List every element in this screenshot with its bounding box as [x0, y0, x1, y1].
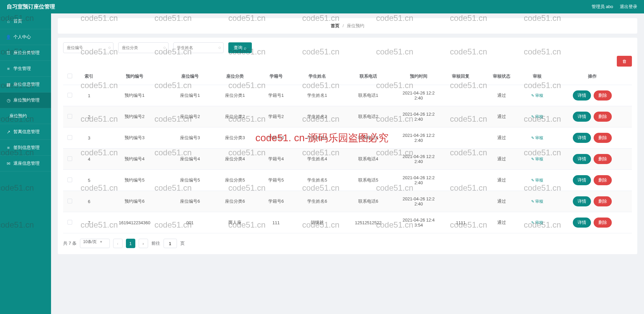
- row-checkbox[interactable]: [67, 199, 72, 203]
- delete-button[interactable]: 删除: [594, 154, 612, 164]
- sidebar-item-label: 签到信息管理: [13, 145, 40, 151]
- audit-link[interactable]: 审核: [531, 114, 543, 119]
- detail-button[interactable]: 详情: [573, 175, 591, 185]
- audit-link[interactable]: 审核: [531, 220, 543, 225]
- prev-page-button[interactable]: ‹: [113, 239, 123, 248]
- seat-type-input[interactable]: [118, 42, 169, 53]
- search-row: ○ ○ ○ 查询 ⌕: [63, 42, 632, 53]
- cell-index: 4: [77, 149, 102, 170]
- cell-seat-no: 座位编号1: [168, 85, 213, 106]
- sidebar-item-signin[interactable]: ≡签到信息管理: [0, 140, 51, 156]
- cell-student-name: 学生姓名6: [295, 191, 340, 212]
- sidebar-subitem-reserve[interactable]: 座位预约: [0, 108, 51, 124]
- detail-button[interactable]: 详情: [573, 90, 591, 101]
- table-row: 1预约编号1座位编号1座位分类1学籍号1学生姓名1联系电话12021-04-26…: [63, 85, 632, 106]
- audit-link[interactable]: 审核: [531, 93, 543, 98]
- cell-reserve-no: 预约编号5: [102, 170, 168, 191]
- cell-phone: 联系电话2: [340, 106, 397, 127]
- cell-student-id: 学籍号5: [258, 170, 295, 191]
- detail-button[interactable]: 详情: [573, 154, 591, 164]
- sidebar-item-home[interactable]: ⌂首页: [0, 13, 51, 29]
- cell-seat-type: 座位分类5: [213, 170, 258, 191]
- seat-no-input[interactable]: [63, 42, 113, 53]
- cell-reserve-no: 预约编号3: [102, 127, 168, 149]
- delete-button[interactable]: 删除: [594, 218, 612, 228]
- sidebar-item-return[interactable]: ✉退座信息管理: [0, 156, 51, 171]
- query-button[interactable]: 查询 ⌕: [228, 42, 252, 53]
- row-checkbox[interactable]: [67, 114, 72, 119]
- cell-seat-type: 座位分类3: [213, 127, 258, 149]
- detail-button[interactable]: 详情: [573, 133, 591, 143]
- pagination-total: 共 7 条: [63, 240, 77, 246]
- main-content: 首页 / 座位预约 ○ ○ ○ 查询 ⌕: [51, 13, 644, 314]
- delete-button[interactable]: 删除: [594, 112, 612, 122]
- cell-student-id: 111: [258, 212, 295, 233]
- cell-phone: 12512512522: [340, 212, 397, 233]
- column-header: 座位编号: [168, 68, 213, 85]
- detail-button[interactable]: 详情: [573, 218, 591, 228]
- row-checkbox[interactable]: [67, 220, 72, 225]
- cell-time: 2021-04-26 12:43:54: [397, 212, 441, 233]
- sidebar-item-category[interactable]: ☰座位分类管理: [0, 45, 51, 61]
- cell-index: 7: [77, 212, 102, 233]
- breadcrumb-home[interactable]: 首页: [331, 23, 339, 28]
- query-button-label: 查询: [234, 45, 242, 51]
- row-checkbox[interactable]: [67, 93, 72, 97]
- cell-seat-type: 座位分类2: [213, 106, 258, 127]
- logout-link[interactable]: 退出登录: [620, 4, 637, 10]
- cell-seat-no: 座位编号2: [168, 106, 213, 127]
- leave-icon: ↗: [6, 129, 11, 134]
- sidebar-item-label: 退座信息管理: [13, 160, 40, 166]
- sidebar-item-label: 座位预约管理: [13, 97, 40, 103]
- cell-student-id: 学籍号6: [258, 191, 295, 212]
- row-checkbox[interactable]: [67, 135, 72, 140]
- cell-time: 2021-04-26 12:22:40: [397, 191, 441, 212]
- cell-reply: [441, 85, 481, 106]
- column-header: [63, 68, 77, 85]
- detail-button[interactable]: 详情: [573, 196, 591, 206]
- audit-link[interactable]: 审核: [531, 178, 543, 183]
- page-size-select[interactable]: 10条/页 ▾: [80, 239, 109, 248]
- search-icon: ○: [163, 45, 166, 50]
- next-page-button[interactable]: ›: [139, 239, 148, 248]
- cell-status: 通过: [481, 191, 522, 212]
- signin-icon: ≡: [6, 145, 11, 150]
- audit-link[interactable]: 审核: [531, 157, 543, 161]
- select-all-checkbox[interactable]: [67, 74, 72, 78]
- cell-status: 通过: [481, 149, 522, 170]
- admin-label[interactable]: 管理员 abo: [592, 4, 613, 10]
- cell-seat-no: 001: [168, 212, 213, 233]
- batch-delete-button[interactable]: 🗑: [617, 56, 632, 67]
- table-row: 5预约编号5座位编号5座位分类5学籍号5学生姓名5联系电话52021-04-26…: [63, 170, 632, 191]
- cell-reply: [441, 149, 481, 170]
- audit-link[interactable]: 审核: [531, 199, 543, 204]
- page-1-button[interactable]: 1: [126, 239, 135, 248]
- cell-student-name: 学生姓名3: [295, 127, 340, 149]
- row-checkbox[interactable]: [67, 178, 72, 182]
- sidebar-item-label: 座位信息管理: [13, 81, 40, 87]
- sidebar-item-seat[interactable]: ▦座位信息管理: [0, 77, 51, 92]
- sidebar-item-reserve[interactable]: ◷座位预约管理: [0, 92, 51, 108]
- category-icon: ☰: [6, 50, 11, 55]
- cell-reply: [441, 191, 481, 212]
- audit-link[interactable]: 审核: [531, 135, 543, 140]
- sidebar-item-label: 首页: [13, 18, 22, 24]
- row-checkbox[interactable]: [67, 156, 72, 161]
- breadcrumb-current: 座位预约: [347, 23, 364, 28]
- delete-button[interactable]: 删除: [594, 175, 612, 185]
- student-name-input[interactable]: [173, 42, 224, 53]
- sidebar-item-student[interactable]: ≡学生管理: [0, 61, 51, 77]
- sidebar-item-user[interactable]: 👤个人中心: [0, 29, 51, 45]
- detail-button[interactable]: 详情: [573, 112, 591, 122]
- search-icon: ○: [218, 45, 221, 50]
- delete-button[interactable]: 删除: [594, 90, 612, 101]
- student-icon: ≡: [6, 66, 11, 71]
- column-header: 联系电话: [340, 68, 397, 85]
- goto-page-input[interactable]: [164, 239, 177, 248]
- cell-seat-no: 座位编号4: [168, 149, 213, 170]
- delete-button[interactable]: 删除: [594, 196, 612, 206]
- delete-button[interactable]: 删除: [594, 133, 612, 143]
- cell-time: 2021-04-26 12:22:40: [397, 106, 441, 127]
- cell-student-name: 胡继就: [295, 212, 340, 233]
- sidebar-item-leave[interactable]: ↗暂离信息管理: [0, 124, 51, 140]
